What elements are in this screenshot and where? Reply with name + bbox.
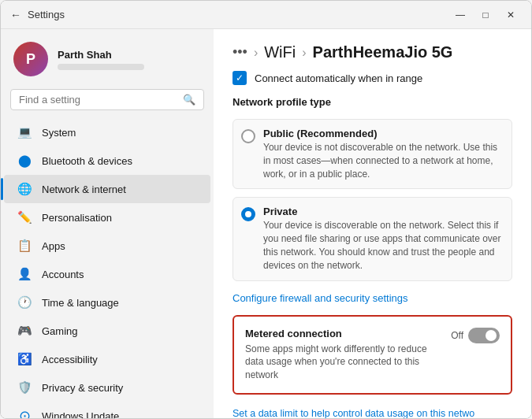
network-profile-title: Network profile type [233, 96, 512, 108]
breadcrumb-sep-1: › [254, 46, 258, 60]
titlebar: ← Settings — □ ✕ [1, 1, 531, 29]
radio-content-private: Private Your device is discoverable on t… [263, 206, 504, 272]
public-desc: Your device is not discoverable on the n… [263, 141, 504, 180]
sidebar: P Parth Shah 🔍 💻 System ⬤ Bluetooth & de… [1, 29, 214, 418]
titlebar-left: ← Settings [10, 9, 65, 21]
back-icon[interactable]: ← [10, 9, 21, 21]
private-title: Private [263, 206, 504, 217]
system-icon: 💻 [17, 124, 32, 140]
metered-text: Metered connection Some apps might work … [245, 328, 440, 382]
breadcrumb-dots[interactable]: ••• [233, 44, 247, 61]
radio-circle-public [241, 129, 255, 143]
radio-content-public: Public (Recommended) Your device is not … [263, 128, 504, 180]
accounts-icon: 👤 [17, 266, 32, 282]
minimize-button[interactable]: — [449, 7, 471, 23]
data-limit-link[interactable]: Set a data limit to help control data us… [233, 408, 474, 418]
personalisation-icon: ✏️ [17, 210, 32, 225]
titlebar-controls: — □ ✕ [449, 7, 522, 23]
user-email [58, 64, 144, 70]
sidebar-label-bluetooth: Bluetooth & devices [42, 155, 198, 167]
network-icon: 🌐 [17, 181, 32, 197]
gaming-icon: 🎮 [17, 323, 32, 339]
sidebar-item-windows-update[interactable]: ⊙ Windows Update [4, 402, 210, 418]
windows-update-icon: ⊙ [17, 408, 32, 418]
sidebar-item-gaming[interactable]: 🎮 Gaming [4, 317, 210, 345]
sidebar-item-apps[interactable]: 📋 Apps [4, 232, 210, 260]
sidebar-item-time[interactable]: 🕐 Time & language [4, 288, 210, 317]
privacy-icon: 🛡️ [17, 380, 32, 395]
sidebar-item-system[interactable]: 💻 System [4, 118, 210, 146]
sidebar-label-network: Network & internet [42, 184, 198, 195]
sidebar-label-system: System [42, 127, 198, 139]
sidebar-item-accessibility[interactable]: ♿ Accessibility [4, 345, 210, 373]
radio-circle-private [241, 207, 255, 221]
main-content: ••• › WiFi › ParthHeemaJio 5G ✓ Connect … [214, 29, 531, 418]
sidebar-label-privacy: Privacy & security [42, 382, 198, 394]
checkbox-check-icon: ✓ [236, 72, 244, 83]
active-indicator [1, 178, 3, 200]
time-icon: 🕐 [17, 295, 32, 310]
metered-connection-box: Metered connection Some apps might work … [233, 315, 512, 395]
user-section: P Parth Shah [1, 29, 214, 86]
breadcrumb-current: ParthHeemaJio 5G [313, 43, 453, 61]
metered-desc: Some apps might work differently to redu… [245, 343, 440, 382]
radio-group: Public (Recommended) Your device is not … [233, 119, 512, 281]
radio-option-private[interactable]: Private Your device is discoverable on t… [233, 197, 512, 280]
accessibility-icon: ♿ [17, 351, 32, 367]
metered-toggle[interactable] [468, 328, 500, 343]
breadcrumb-wifi-link[interactable]: WiFi [264, 43, 296, 61]
breadcrumb: ••• › WiFi › ParthHeemaJio 5G [214, 29, 531, 71]
connect-auto-label: Connect automatically when in range [255, 72, 422, 84]
toggle-area: Off [451, 328, 500, 343]
sidebar-label-apps: Apps [42, 240, 198, 252]
firewall-link[interactable]: Configure firewall and security settings [233, 292, 512, 304]
toggle-label: Off [451, 330, 463, 341]
user-name: Parth Shah [58, 49, 144, 61]
sidebar-label-windows-update: Windows Update [42, 410, 198, 419]
public-title: Public (Recommended) [263, 128, 504, 139]
sidebar-item-privacy[interactable]: 🛡️ Privacy & security [4, 373, 210, 402]
avatar[interactable]: P [13, 42, 48, 76]
metered-title: Metered connection [245, 328, 440, 339]
private-desc: Your device is discoverable on the netwo… [263, 219, 504, 272]
apps-icon: 📋 [17, 238, 32, 254]
close-button[interactable]: ✕ [500, 7, 522, 23]
connect-auto-checkbox[interactable]: ✓ [233, 71, 247, 85]
maximize-button[interactable]: □ [474, 7, 497, 23]
sidebar-label-accessibility: Accessibility [42, 354, 198, 365]
radio-option-public[interactable]: Public (Recommended) Your device is not … [233, 119, 512, 189]
sidebar-item-bluetooth[interactable]: ⬤ Bluetooth & devices [4, 146, 210, 175]
window-title: Settings [28, 9, 65, 20]
sidebar-label-gaming: Gaming [42, 325, 198, 337]
sidebar-item-personalisation[interactable]: ✏️ Personalisation [4, 203, 210, 232]
sidebar-label-personalisation: Personalisation [42, 212, 198, 224]
search-box[interactable]: 🔍 [10, 89, 204, 110]
sidebar-label-time: Time & language [42, 297, 198, 309]
sidebar-label-accounts: Accounts [42, 269, 198, 280]
breadcrumb-sep-2: › [302, 46, 306, 60]
sidebar-item-accounts[interactable]: 👤 Accounts [4, 260, 210, 288]
search-input[interactable] [19, 94, 177, 106]
toggle-knob [485, 330, 497, 341]
search-icon: 🔍 [183, 94, 195, 106]
user-info: Parth Shah [58, 49, 144, 70]
connect-auto-row: ✓ Connect automatically when in range [233, 71, 512, 85]
main-body: ✓ Connect automatically when in range Ne… [214, 71, 531, 418]
sidebar-item-network[interactable]: 🌐 Network & internet [4, 175, 210, 203]
bluetooth-icon: ⬤ [17, 153, 32, 169]
